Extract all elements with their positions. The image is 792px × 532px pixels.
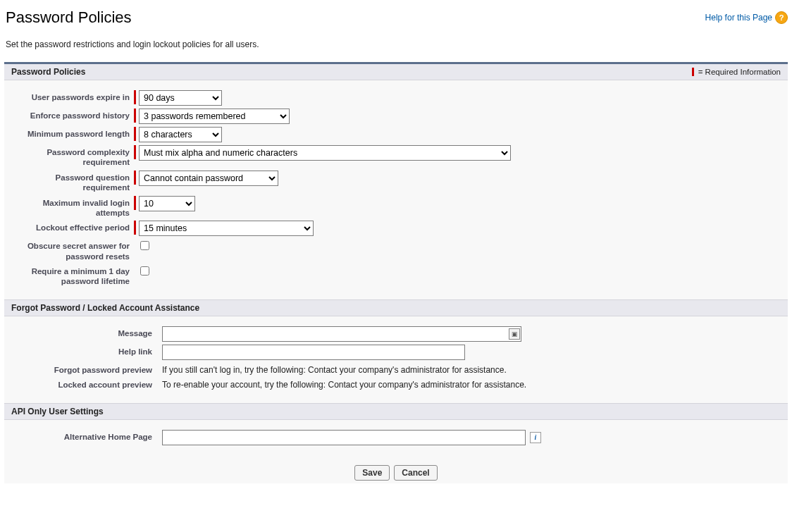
required-marker	[134, 127, 136, 141]
label-question-req: Password question requirement	[11, 171, 134, 193]
select-lockout-period[interactable]: 15 minutes	[139, 221, 314, 236]
value-forgot-preview: If you still can't log in, try the follo…	[162, 363, 507, 375]
required-info: = Required Information	[692, 68, 781, 76]
label-max-invalid: Maximum invalid login attempts	[11, 196, 134, 218]
required-marker	[134, 171, 136, 185]
section-title: Password Policies	[11, 67, 85, 77]
checkbox-obscure-answer[interactable]	[140, 241, 149, 250]
page-title: Password Policies	[6, 8, 132, 27]
select-question-req[interactable]: Cannot contain password	[139, 171, 278, 186]
label-password-expire: User passwords expire in	[11, 90, 134, 102]
help-icon: ?	[775, 11, 788, 24]
section-header-api: API Only User Settings	[4, 403, 788, 420]
select-complexity[interactable]: Must mix alpha and numeric characters	[139, 145, 511, 161]
label-complexity: Password complexity requirement	[11, 145, 134, 168]
help-for-page-link[interactable]: Help for this Page	[705, 13, 772, 23]
help-for-page[interactable]: Help for this Page ?	[705, 11, 788, 24]
required-marker	[134, 109, 136, 123]
label-locked-preview: Locked account preview	[11, 378, 162, 390]
required-marker	[134, 90, 136, 104]
label-password-history: Enforce password history	[11, 109, 134, 120]
required-marker	[134, 221, 136, 235]
input-message[interactable]	[162, 326, 521, 342]
label-message: Message	[11, 326, 162, 338]
section-header-password-policies: Password Policies = Required Information	[4, 64, 788, 80]
label-obscure-answer: Obscure secret answer for password reset…	[11, 239, 134, 261]
info-icon[interactable]: i	[530, 432, 541, 443]
button-row: Save Cancel	[4, 458, 788, 483]
save-button[interactable]: Save	[354, 465, 390, 481]
required-bar-icon	[692, 68, 694, 76]
label-min-length: Minimum password length	[11, 127, 134, 139]
section-header-forgot: Forgot Password / Locked Account Assista…	[4, 299, 788, 316]
checkbox-min-lifetime[interactable]	[140, 266, 149, 276]
label-alt-home: Alternative Home Page	[11, 430, 162, 442]
label-help-link: Help link	[11, 345, 162, 357]
settings-panel: Password Policies = Required Information…	[4, 62, 788, 483]
label-forgot-preview: Forgot password preview	[11, 363, 162, 375]
select-password-history[interactable]: 3 passwords remembered	[139, 109, 290, 124]
label-min-lifetime: Require a minimum 1 day password lifetim…	[11, 264, 134, 287]
required-info-text: = Required Information	[698, 68, 781, 76]
cancel-button[interactable]: Cancel	[394, 465, 437, 481]
required-marker	[134, 196, 136, 210]
input-help-link[interactable]	[162, 345, 465, 360]
page-description: Set the password restrictions and login …	[6, 39, 788, 49]
value-locked-preview: To re-enable your account, try the follo…	[162, 378, 526, 390]
input-alt-home[interactable]	[162, 430, 526, 445]
select-password-expire[interactable]: 90 days	[139, 90, 222, 106]
select-max-invalid[interactable]: 10	[139, 196, 195, 211]
select-min-length[interactable]: 8 characters	[139, 127, 222, 142]
label-lockout-period: Lockout effective period	[11, 221, 134, 233]
required-marker	[134, 145, 136, 159]
